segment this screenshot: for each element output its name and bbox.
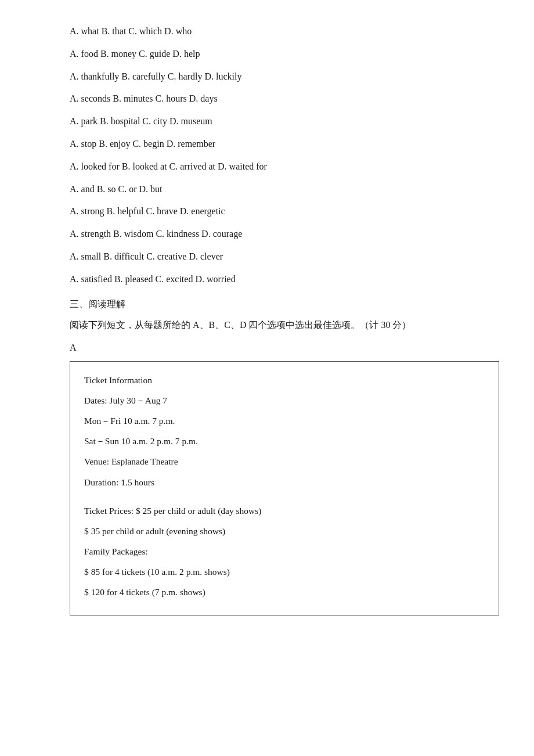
question-28: A. strength B. wisdom C. kindness D. cou… — [70, 226, 499, 243]
question-27: A. strong B. helpful C. brave D. energet… — [70, 203, 499, 220]
ticket-prices-label: Ticket Prices: $ 25 per child or adult (… — [84, 503, 485, 519]
question-30-text: A. satisfied B. pleased C. excited D. wo… — [70, 274, 236, 284]
question-29-text: A. small B. difficult C. creative D. cle… — [70, 251, 223, 261]
question-27-text: A. strong B. helpful C. brave D. energet… — [70, 206, 225, 216]
question-19-text: A. what B. that C. which D. who — [70, 26, 192, 36]
ticket-dates: Dates: July 30－Aug 7 — [84, 393, 485, 408]
question-26-text: A. and B. so C. or D. but — [70, 184, 163, 194]
question-24: A. stop B. enjoy C. begin D. remember — [70, 136, 499, 153]
ticket-info-box: Ticket Information Dates: July 30－Aug 7 … — [70, 361, 499, 615]
question-23-text: A. park B. hospital C. city D. museum — [70, 116, 212, 126]
question-20-text: A. food B. money C. guide D. help — [70, 49, 200, 59]
question-29: A. small B. difficult C. creative D. cle… — [70, 249, 499, 265]
ticket-duration: Duration: 1.5 hours — [84, 474, 485, 490]
question-25: A. looked for B. looked at C. arrived at… — [70, 159, 499, 175]
section-three: 三、阅读理解 阅读下列短文，从每题所给的 A、B、C、D 四个选项中选出最佳选项… — [70, 296, 499, 357]
question-21: A. thankfully B. carefully C. hardly D. … — [70, 69, 499, 85]
question-19: A. what B. that C. which D. who — [70, 23, 499, 40]
question-23: A. park B. hospital C. city D. museum — [70, 113, 499, 130]
questions-section: A. what B. that C. which D. who A. food … — [70, 23, 499, 288]
question-20: A. food B. money C. guide D. help — [70, 46, 499, 63]
ticket-family1: $ 85 for 4 tickets (10 a.m. 2 p.m. shows… — [84, 564, 485, 579]
ticket-venue: Venue: Esplanade Theatre — [84, 453, 485, 469]
ticket-title: Ticket Information — [84, 372, 485, 388]
ticket-price2: $ 35 per child or adult (evening shows) — [84, 523, 485, 539]
ticket-family2: $ 120 for 4 tickets (7 p.m. shows) — [84, 584, 485, 600]
question-22-text: A. seconds B. minutes C. hours D. days — [70, 93, 218, 103]
question-22: A. seconds B. minutes C. hours D. days — [70, 91, 499, 107]
ticket-family-label: Family Packages: — [84, 543, 485, 559]
question-26: A. and B. so C. or D. but — [70, 181, 499, 198]
question-25-text: A. looked for B. looked at C. arrived at… — [70, 161, 267, 171]
question-21-text: A. thankfully B. carefully C. hardly D. … — [70, 71, 241, 81]
question-30: A. satisfied B. pleased C. excited D. wo… — [70, 271, 499, 288]
question-24-text: A. stop B. enjoy C. begin D. remember — [70, 139, 215, 149]
section-three-instruction: 阅读下列短文，从每题所给的 A、B、C、D 四个选项中选出最佳选项。（计 30 … — [70, 317, 499, 334]
ticket-mon-fri: Mon－Fri 10 a.m. 7 p.m. — [84, 413, 485, 429]
question-28-text: A. strength B. wisdom C. kindness D. cou… — [70, 229, 242, 239]
section-three-title: 三、阅读理解 — [70, 296, 499, 313]
ticket-sat-sun: Sat－Sun 10 a.m. 2 p.m. 7 p.m. — [84, 433, 485, 449]
section-a-label: A — [70, 340, 499, 357]
